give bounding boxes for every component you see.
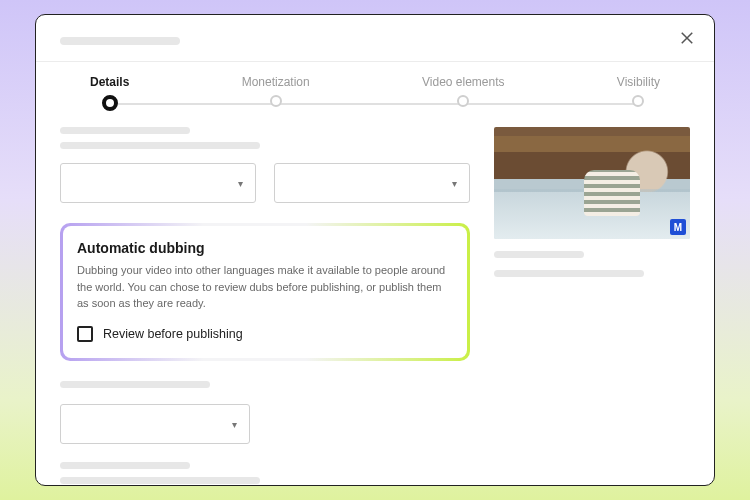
dialog-content: ▾ ▾ Automatic dubbing Dubbing your video…: [60, 127, 690, 485]
divider: [36, 61, 714, 62]
thumbnail-badge: M: [670, 219, 686, 235]
close-icon: [678, 29, 696, 47]
step-label: Video elements: [422, 75, 505, 89]
chevron-down-icon: ▾: [452, 178, 457, 189]
step-dot: [632, 95, 644, 107]
video-thumbnail[interactable]: M: [494, 127, 690, 239]
step-label: Details: [90, 75, 129, 89]
thumbnail-caption: [494, 251, 690, 277]
field-label-placeholder: [60, 381, 210, 388]
field-label-placeholder: [60, 462, 190, 469]
field-label-placeholder: [60, 142, 260, 149]
step-dot: [270, 95, 282, 107]
dropdown-field[interactable]: ▾: [274, 163, 470, 203]
review-before-publishing-option[interactable]: Review before publishing: [77, 326, 453, 342]
checkbox-label: Review before publishing: [103, 327, 243, 341]
chevron-down-icon: ▾: [232, 418, 237, 429]
thumbnail-scene: [584, 170, 640, 216]
automatic-dubbing-card: Automatic dubbing Dubbing your video int…: [60, 223, 470, 361]
step-dot: [102, 95, 118, 111]
preview-column: M: [494, 127, 690, 486]
step-monetization[interactable]: Monetization: [242, 75, 310, 107]
step-visibility[interactable]: Visibility: [617, 75, 660, 107]
step-label: Visibility: [617, 75, 660, 89]
step-video-elements[interactable]: Video elements: [422, 75, 505, 107]
checkbox[interactable]: [77, 326, 93, 342]
field-label-placeholder: [60, 477, 260, 484]
form-column: ▾ ▾ Automatic dubbing Dubbing your video…: [60, 127, 470, 486]
stepper: Details Monetization Video elements Visi…: [90, 75, 660, 111]
feature-title: Automatic dubbing: [77, 240, 453, 256]
caption-placeholder: [494, 270, 644, 277]
step-dot: [457, 95, 469, 107]
dialog-title-placeholder: [60, 37, 180, 45]
feature-description: Dubbing your video into other languages …: [77, 262, 453, 312]
chevron-down-icon: ▾: [238, 178, 243, 189]
close-button[interactable]: [678, 29, 696, 47]
step-details[interactable]: Details: [90, 75, 129, 111]
upload-dialog: Details Monetization Video elements Visi…: [35, 14, 715, 486]
caption-placeholder: [494, 251, 584, 258]
field-label-placeholder: [60, 127, 190, 134]
step-label: Monetization: [242, 75, 310, 89]
dropdown-field[interactable]: ▾: [60, 404, 250, 444]
dropdown-field[interactable]: ▾: [60, 163, 256, 203]
